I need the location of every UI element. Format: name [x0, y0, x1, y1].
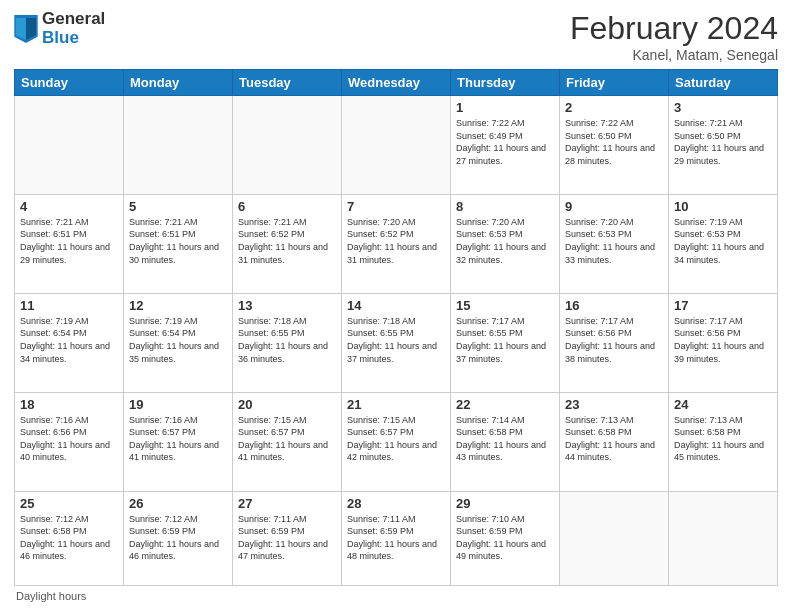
day-cell-8: 8Sunrise: 7:20 AMSunset: 6:53 PMDaylight… [451, 194, 560, 293]
day-number-8: 8 [456, 199, 554, 214]
logo: General Blue [14, 10, 105, 47]
empty-cell-4-6 [669, 491, 778, 585]
day-number-4: 4 [20, 199, 118, 214]
title-month: February 2024 [570, 10, 778, 47]
day-cell-3: 3Sunrise: 7:21 AMSunset: 6:50 PMDaylight… [669, 96, 778, 195]
day-info-23: Sunrise: 7:13 AMSunset: 6:58 PMDaylight:… [565, 414, 663, 464]
day-info-4: Sunrise: 7:21 AMSunset: 6:51 PMDaylight:… [20, 216, 118, 266]
weekday-header-friday: Friday [560, 70, 669, 96]
empty-cell-4-5 [560, 491, 669, 585]
empty-cell-0-0 [15, 96, 124, 195]
day-info-28: Sunrise: 7:11 AMSunset: 6:59 PMDaylight:… [347, 513, 445, 563]
day-number-3: 3 [674, 100, 772, 115]
week-row-4: 18Sunrise: 7:16 AMSunset: 6:56 PMDayligh… [15, 392, 778, 491]
page: General Blue February 2024 Kanel, Matam,… [0, 0, 792, 612]
day-cell-6: 6Sunrise: 7:21 AMSunset: 6:52 PMDaylight… [233, 194, 342, 293]
day-info-2: Sunrise: 7:22 AMSunset: 6:50 PMDaylight:… [565, 117, 663, 167]
logo-icon [14, 15, 38, 43]
day-cell-26: 26Sunrise: 7:12 AMSunset: 6:59 PMDayligh… [124, 491, 233, 585]
day-cell-19: 19Sunrise: 7:16 AMSunset: 6:57 PMDayligh… [124, 392, 233, 491]
day-info-1: Sunrise: 7:22 AMSunset: 6:49 PMDaylight:… [456, 117, 554, 167]
day-number-16: 16 [565, 298, 663, 313]
day-info-18: Sunrise: 7:16 AMSunset: 6:56 PMDaylight:… [20, 414, 118, 464]
day-number-19: 19 [129, 397, 227, 412]
day-info-14: Sunrise: 7:18 AMSunset: 6:55 PMDaylight:… [347, 315, 445, 365]
week-row-1: 1Sunrise: 7:22 AMSunset: 6:49 PMDaylight… [15, 96, 778, 195]
day-cell-17: 17Sunrise: 7:17 AMSunset: 6:56 PMDayligh… [669, 293, 778, 392]
day-number-6: 6 [238, 199, 336, 214]
day-info-13: Sunrise: 7:18 AMSunset: 6:55 PMDaylight:… [238, 315, 336, 365]
weekday-header-thursday: Thursday [451, 70, 560, 96]
empty-cell-0-1 [124, 96, 233, 195]
day-info-17: Sunrise: 7:17 AMSunset: 6:56 PMDaylight:… [674, 315, 772, 365]
day-cell-4: 4Sunrise: 7:21 AMSunset: 6:51 PMDaylight… [15, 194, 124, 293]
day-info-26: Sunrise: 7:12 AMSunset: 6:59 PMDaylight:… [129, 513, 227, 563]
title-block: February 2024 Kanel, Matam, Senegal [570, 10, 778, 63]
day-cell-25: 25Sunrise: 7:12 AMSunset: 6:58 PMDayligh… [15, 491, 124, 585]
day-info-7: Sunrise: 7:20 AMSunset: 6:52 PMDaylight:… [347, 216, 445, 266]
day-cell-15: 15Sunrise: 7:17 AMSunset: 6:55 PMDayligh… [451, 293, 560, 392]
day-info-9: Sunrise: 7:20 AMSunset: 6:53 PMDaylight:… [565, 216, 663, 266]
day-cell-21: 21Sunrise: 7:15 AMSunset: 6:57 PMDayligh… [342, 392, 451, 491]
logo-text: General Blue [42, 10, 105, 47]
day-cell-29: 29Sunrise: 7:10 AMSunset: 6:59 PMDayligh… [451, 491, 560, 585]
week-row-2: 4Sunrise: 7:21 AMSunset: 6:51 PMDaylight… [15, 194, 778, 293]
day-cell-2: 2Sunrise: 7:22 AMSunset: 6:50 PMDaylight… [560, 96, 669, 195]
day-number-14: 14 [347, 298, 445, 313]
day-cell-11: 11Sunrise: 7:19 AMSunset: 6:54 PMDayligh… [15, 293, 124, 392]
title-location: Kanel, Matam, Senegal [570, 47, 778, 63]
day-info-11: Sunrise: 7:19 AMSunset: 6:54 PMDaylight:… [20, 315, 118, 365]
calendar-header-row: SundayMondayTuesdayWednesdayThursdayFrid… [15, 70, 778, 96]
day-cell-18: 18Sunrise: 7:16 AMSunset: 6:56 PMDayligh… [15, 392, 124, 491]
day-cell-20: 20Sunrise: 7:15 AMSunset: 6:57 PMDayligh… [233, 392, 342, 491]
day-info-20: Sunrise: 7:15 AMSunset: 6:57 PMDaylight:… [238, 414, 336, 464]
day-number-13: 13 [238, 298, 336, 313]
logo-general: General [42, 10, 105, 29]
empty-cell-0-2 [233, 96, 342, 195]
day-number-7: 7 [347, 199, 445, 214]
day-info-25: Sunrise: 7:12 AMSunset: 6:58 PMDaylight:… [20, 513, 118, 563]
day-number-26: 26 [129, 496, 227, 511]
day-info-29: Sunrise: 7:10 AMSunset: 6:59 PMDaylight:… [456, 513, 554, 563]
day-cell-23: 23Sunrise: 7:13 AMSunset: 6:58 PMDayligh… [560, 392, 669, 491]
day-info-27: Sunrise: 7:11 AMSunset: 6:59 PMDaylight:… [238, 513, 336, 563]
day-number-23: 23 [565, 397, 663, 412]
empty-cell-0-3 [342, 96, 451, 195]
day-number-9: 9 [565, 199, 663, 214]
day-info-22: Sunrise: 7:14 AMSunset: 6:58 PMDaylight:… [456, 414, 554, 464]
day-number-5: 5 [129, 199, 227, 214]
day-number-25: 25 [20, 496, 118, 511]
day-info-5: Sunrise: 7:21 AMSunset: 6:51 PMDaylight:… [129, 216, 227, 266]
day-info-15: Sunrise: 7:17 AMSunset: 6:55 PMDaylight:… [456, 315, 554, 365]
day-number-17: 17 [674, 298, 772, 313]
weekday-header-wednesday: Wednesday [342, 70, 451, 96]
day-number-1: 1 [456, 100, 554, 115]
weekday-header-saturday: Saturday [669, 70, 778, 96]
day-info-16: Sunrise: 7:17 AMSunset: 6:56 PMDaylight:… [565, 315, 663, 365]
day-number-2: 2 [565, 100, 663, 115]
day-number-10: 10 [674, 199, 772, 214]
day-cell-9: 9Sunrise: 7:20 AMSunset: 6:53 PMDaylight… [560, 194, 669, 293]
day-number-27: 27 [238, 496, 336, 511]
day-cell-5: 5Sunrise: 7:21 AMSunset: 6:51 PMDaylight… [124, 194, 233, 293]
day-info-8: Sunrise: 7:20 AMSunset: 6:53 PMDaylight:… [456, 216, 554, 266]
day-info-3: Sunrise: 7:21 AMSunset: 6:50 PMDaylight:… [674, 117, 772, 167]
day-number-12: 12 [129, 298, 227, 313]
week-row-3: 11Sunrise: 7:19 AMSunset: 6:54 PMDayligh… [15, 293, 778, 392]
day-info-21: Sunrise: 7:15 AMSunset: 6:57 PMDaylight:… [347, 414, 445, 464]
day-cell-12: 12Sunrise: 7:19 AMSunset: 6:54 PMDayligh… [124, 293, 233, 392]
logo-blue: Blue [42, 29, 105, 48]
day-number-24: 24 [674, 397, 772, 412]
day-cell-22: 22Sunrise: 7:14 AMSunset: 6:58 PMDayligh… [451, 392, 560, 491]
day-number-11: 11 [20, 298, 118, 313]
day-cell-27: 27Sunrise: 7:11 AMSunset: 6:59 PMDayligh… [233, 491, 342, 585]
day-number-20: 20 [238, 397, 336, 412]
day-number-21: 21 [347, 397, 445, 412]
day-number-29: 29 [456, 496, 554, 511]
week-row-5: 25Sunrise: 7:12 AMSunset: 6:58 PMDayligh… [15, 491, 778, 585]
day-cell-14: 14Sunrise: 7:18 AMSunset: 6:55 PMDayligh… [342, 293, 451, 392]
day-number-18: 18 [20, 397, 118, 412]
day-cell-1: 1Sunrise: 7:22 AMSunset: 6:49 PMDaylight… [451, 96, 560, 195]
day-info-12: Sunrise: 7:19 AMSunset: 6:54 PMDaylight:… [129, 315, 227, 365]
day-info-6: Sunrise: 7:21 AMSunset: 6:52 PMDaylight:… [238, 216, 336, 266]
